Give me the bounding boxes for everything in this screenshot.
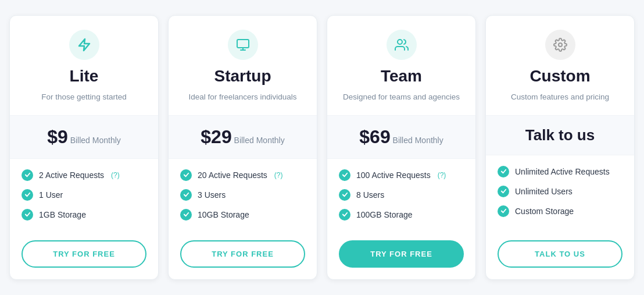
cta-button-custom[interactable]: TALK TO US [498,240,622,268]
feature-item: 20 Active Requests(?) [180,169,305,181]
plan-name-team: Team [339,67,464,86]
plan-cta-lite: TRY FOR FREE [10,231,158,279]
plan-icon-lite [69,30,99,60]
feature-hint: (?) [111,171,120,179]
feature-text: 3 Users [198,190,226,200]
price-cycle-team: Billed Monthly [391,136,443,145]
feature-check-icon [339,169,350,181]
plans-container: LiteFor those getting started$9 Billed M… [9,15,635,279]
feature-check-icon [498,166,509,177]
price-amount-lite: $9 [47,126,68,147]
feature-text: 10GB Storage [198,210,249,219]
plan-features-startup: 20 Active Requests(?)3 Users10GB Storage [169,159,317,231]
plan-name-custom: Custom [498,67,622,86]
feature-text: Unlimited Active Requests [515,167,610,176]
feature-hint: (?) [274,171,283,179]
feature-item: 100GB Storage [339,209,464,221]
feature-item: 8 Users [339,189,464,201]
plan-icon-startup [228,30,258,60]
feature-check-icon [22,189,33,201]
feature-item: 1GB Storage [22,209,146,221]
feature-text: 20 Active Requests [198,170,267,180]
feature-check-icon [180,169,192,181]
plan-desc-custom: Custom features and pricing [498,91,622,103]
plan-pricing-team: $69 Billed Monthly [327,116,475,159]
plan-cta-custom: TALK TO US [486,231,634,279]
feature-item: 10GB Storage [180,209,305,221]
plan-card-team: TeamDesigned for teams and agencies$69 B… [327,15,476,279]
plan-card-startup: StartupIdeal for freelancers individuals… [168,15,317,279]
feature-text: 100 Active Requests [356,170,431,180]
feature-item: 3 Users [180,189,305,201]
plan-desc-team: Designed for teams and agencies [339,91,464,103]
plan-card-custom: CustomCustom features and pricingTalk to… [485,15,635,279]
plan-desc-lite: For those getting started [22,91,146,103]
feature-check-icon [180,209,192,221]
feature-text: 8 Users [356,190,384,200]
feature-check-icon [498,186,509,197]
svg-point-5 [559,43,562,47]
feature-check-icon [180,189,192,201]
plan-name-startup: Startup [180,67,305,86]
feature-check-icon [22,209,33,221]
plan-card-lite: LiteFor those getting started$9 Billed M… [9,15,159,279]
price-cycle-startup: Billed Monthly [232,136,285,145]
plan-header-team: TeamDesigned for teams and agencies [327,16,475,115]
plan-icon-custom [545,30,575,60]
plan-pricing-lite: $9 Billed Monthly [10,116,158,159]
plan-features-team: 100 Active Requests(?)8 Users100GB Stora… [327,159,475,231]
cta-button-lite[interactable]: TRY FOR FREE [22,240,146,268]
feature-text: 100GB Storage [356,210,413,219]
price-amount-startup: $29 [201,126,231,147]
plan-features-custom: Unlimited Active RequestsUnlimited Users… [486,155,634,231]
plan-features-lite: 2 Active Requests(?)1 User1GB Storage [10,159,158,231]
plan-icon-team [387,30,417,60]
feature-text: 1GB Storage [39,210,86,219]
feature-hint: (?) [438,171,446,179]
plan-pricing-custom: Talk to us [486,116,634,155]
svg-point-4 [398,40,402,44]
feature-check-icon [22,169,33,181]
plan-pricing-startup: $29 Billed Monthly [169,116,317,159]
plan-cta-team: TRY FOR FREE [327,231,475,279]
plan-header-lite: LiteFor those getting started [10,16,158,115]
feature-item: 1 User [22,189,146,201]
feature-check-icon [339,189,350,201]
feature-text: 1 User [39,190,63,200]
svg-marker-0 [79,39,90,51]
feature-check-icon [339,209,350,221]
feature-check-icon [498,205,509,217]
feature-item: Unlimited Active Requests [498,166,622,177]
feature-text: 2 Active Requests [39,170,104,180]
cta-button-team[interactable]: TRY FOR FREE [339,240,464,268]
plan-desc-startup: Ideal for freelancers individuals [180,91,305,103]
plan-cta-startup: TRY FOR FREE [169,231,317,279]
price-amount-team: $69 [359,126,390,147]
cta-button-startup[interactable]: TRY FOR FREE [180,240,305,268]
plan-header-startup: StartupIdeal for freelancers individuals [169,16,317,115]
feature-text: Custom Storage [515,207,574,216]
feature-item: 2 Active Requests(?) [22,169,146,181]
feature-item: 100 Active Requests(?) [339,169,464,181]
price-cycle-lite: Billed Monthly [68,136,121,145]
plan-name-lite: Lite [22,67,146,86]
feature-item: Custom Storage [498,205,622,217]
feature-item: Unlimited Users [498,186,622,197]
svg-rect-1 [237,40,249,48]
feature-text: Unlimited Users [515,187,573,196]
plan-header-custom: CustomCustom features and pricing [486,16,634,115]
